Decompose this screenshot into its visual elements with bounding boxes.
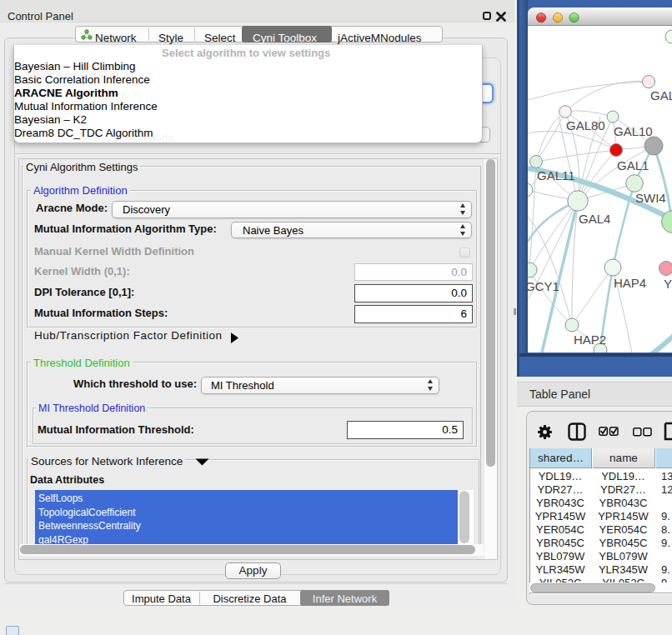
svg-text:GAL11: GAL11 [537,168,575,182]
svg-text:HAP2: HAP2 [574,332,606,347]
svg-text:GCY1: GCY1 [528,279,559,293]
svg-text:GAL10: GAL10 [614,124,653,138]
svg-text:GAL80: GAL80 [566,118,605,132]
svg-text:GAL: GAL [650,88,672,102]
svg-text:SWI4: SWI4 [635,191,666,205]
svg-text:Y: Y [664,277,672,291]
svg-text:GAL4: GAL4 [579,212,610,226]
svg-text:HAP4: HAP4 [614,276,646,290]
svg-text:GAL1: GAL1 [617,158,649,172]
